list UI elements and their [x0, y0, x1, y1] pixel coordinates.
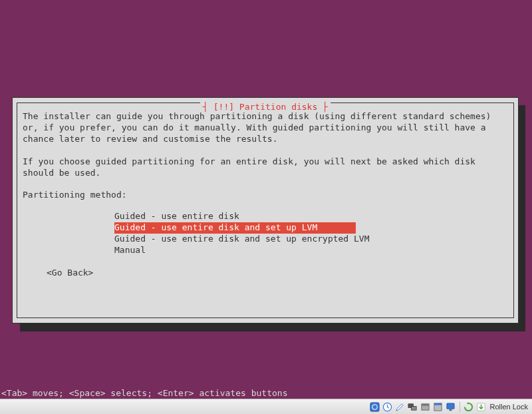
- svg-rect-10: [450, 409, 452, 411]
- svg-rect-4: [412, 406, 417, 410]
- option-guided-encrypted-lvm[interactable]: Guided - use entire disk and set up encr…: [114, 234, 370, 245]
- arrow-down-icon[interactable]: [476, 401, 487, 412]
- desktop-icon[interactable]: [370, 401, 380, 412]
- status-bar: <Tab> moves; <Space> selects; <Enter> ac…: [0, 388, 532, 398]
- tray-label: Rollen Lock: [490, 403, 528, 411]
- clock-icon[interactable]: [382, 401, 393, 412]
- dialog-paragraph-1: The installer can guide you through part…: [23, 111, 508, 145]
- option-guided-entire-disk[interactable]: Guided - use entire disk: [114, 211, 239, 222]
- dialog-paragraph-2: If you choose guided partitioning for an…: [23, 156, 508, 179]
- partition-dialog: ┤ [!!] Partition disks ├ The installer c…: [12, 97, 519, 323]
- partitioning-method-label: Partitioning method:: [23, 190, 508, 200]
- taskbar: Rollen Lock: [0, 399, 532, 414]
- tray-separator: [460, 401, 460, 412]
- svg-rect-8: [434, 403, 442, 405]
- window2-icon[interactable]: [433, 401, 444, 412]
- svg-rect-0: [370, 402, 379, 411]
- dialog-title: ┤ [!!] Partition disks ├: [200, 102, 331, 112]
- svg-rect-6: [422, 403, 429, 405]
- refresh-icon[interactable]: [464, 401, 474, 412]
- svg-rect-9: [447, 403, 454, 408]
- monitor-icon[interactable]: [446, 401, 456, 412]
- folder-icon[interactable]: [420, 401, 431, 412]
- go-back-button[interactable]: <Go Back>: [47, 268, 93, 278]
- option-manual[interactable]: Manual: [114, 245, 146, 256]
- dialog-inner: ┤ [!!] Partition disks ├ The installer c…: [17, 103, 514, 318]
- dialog-title-text: [!!] Partition disks: [213, 102, 318, 112]
- partitioning-options: Guided - use entire disk Guided - use en…: [114, 211, 508, 256]
- pencil-icon[interactable]: [395, 401, 406, 412]
- option-guided-lvm[interactable]: Guided - use entire disk and set up LVM: [114, 222, 356, 234]
- screens-icon[interactable]: [408, 401, 418, 412]
